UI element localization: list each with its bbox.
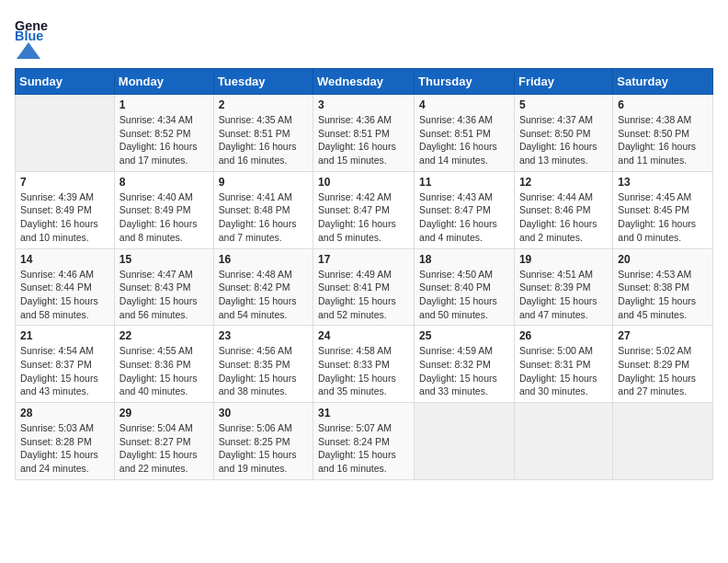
day-number: 14: [20, 253, 109, 266]
col-header-tuesday: Tuesday: [213, 69, 313, 95]
calendar-cell: 8Sunrise: 4:40 AMSunset: 8:49 PMDaylight…: [114, 171, 213, 248]
calendar-cell: 12Sunrise: 4:44 AMSunset: 8:46 PMDayligh…: [514, 171, 612, 248]
day-number: 10: [318, 176, 409, 189]
page-header: General Blue: [15, 15, 713, 61]
calendar-cell: 13Sunrise: 4:45 AMSunset: 8:45 PMDayligh…: [613, 171, 713, 248]
day-number: 25: [419, 329, 509, 342]
calendar-cell: 5Sunrise: 4:37 AMSunset: 8:50 PMDaylight…: [514, 95, 612, 172]
calendar-cell: 29Sunrise: 5:04 AMSunset: 8:27 PMDayligh…: [114, 403, 213, 480]
day-number: 24: [318, 329, 409, 342]
day-info: Sunrise: 5:00 AMSunset: 8:31 PMDaylight:…: [519, 344, 608, 398]
calendar-cell: 11Sunrise: 4:43 AMSunset: 8:47 PMDayligh…: [415, 171, 515, 248]
calendar-cell: [16, 95, 115, 172]
calendar-cell: 7Sunrise: 4:39 AMSunset: 8:49 PMDaylight…: [16, 171, 115, 248]
day-number: 21: [20, 329, 109, 342]
calendar-cell: 17Sunrise: 4:49 AMSunset: 8:41 PMDayligh…: [313, 248, 415, 326]
calendar-cell: 15Sunrise: 4:47 AMSunset: 8:43 PMDayligh…: [114, 248, 213, 326]
day-info: Sunrise: 4:56 AMSunset: 8:35 PMDaylight:…: [219, 344, 308, 398]
calendar-cell: 9Sunrise: 4:41 AMSunset: 8:48 PMDaylight…: [213, 171, 313, 248]
day-number: 9: [219, 176, 308, 189]
day-number: 20: [618, 253, 708, 266]
calendar-cell: [514, 403, 612, 480]
calendar-cell: 28Sunrise: 5:03 AMSunset: 8:28 PMDayligh…: [16, 403, 115, 480]
day-number: 13: [618, 176, 708, 189]
day-info: Sunrise: 4:46 AMSunset: 8:44 PMDaylight:…: [20, 268, 109, 322]
day-number: 3: [318, 98, 409, 111]
calendar-cell: 14Sunrise: 4:46 AMSunset: 8:44 PMDayligh…: [16, 248, 115, 326]
calendar-cell: 20Sunrise: 4:53 AMSunset: 8:38 PMDayligh…: [613, 248, 713, 326]
day-info: Sunrise: 5:03 AMSunset: 8:28 PMDaylight:…: [20, 421, 109, 476]
calendar-cell: 4Sunrise: 4:36 AMSunset: 8:51 PMDaylight…: [415, 95, 515, 172]
calendar-cell: 19Sunrise: 4:51 AMSunset: 8:39 PMDayligh…: [514, 248, 612, 326]
calendar-cell: 27Sunrise: 5:02 AMSunset: 8:29 PMDayligh…: [613, 326, 713, 403]
calendar-cell: [415, 403, 515, 480]
day-number: 31: [318, 407, 409, 419]
day-info: Sunrise: 4:36 AMSunset: 8:51 PMDaylight:…: [419, 113, 509, 167]
col-header-saturday: Saturday: [613, 69, 713, 95]
day-info: Sunrise: 4:38 AMSunset: 8:50 PMDaylight:…: [618, 113, 708, 167]
calendar-cell: 18Sunrise: 4:50 AMSunset: 8:40 PMDayligh…: [415, 248, 515, 326]
svg-marker-2: [17, 42, 40, 59]
day-number: 22: [119, 329, 209, 342]
col-header-monday: Monday: [114, 69, 213, 95]
svg-text:Blue: Blue: [15, 29, 43, 41]
day-number: 17: [318, 253, 409, 266]
day-number: 5: [519, 98, 608, 111]
day-number: 4: [419, 98, 509, 111]
calendar-cell: 1Sunrise: 4:34 AMSunset: 8:52 PMDaylight…: [114, 95, 213, 172]
calendar-cell: 25Sunrise: 4:59 AMSunset: 8:32 PMDayligh…: [415, 326, 515, 403]
calendar-cell: 24Sunrise: 4:58 AMSunset: 8:33 PMDayligh…: [313, 326, 415, 403]
day-number: 18: [419, 253, 509, 266]
day-info: Sunrise: 4:34 AMSunset: 8:52 PMDaylight:…: [119, 113, 209, 167]
calendar-cell: [613, 403, 713, 480]
calendar-cell: 31Sunrise: 5:07 AMSunset: 8:24 PMDayligh…: [313, 403, 415, 480]
day-number: 12: [519, 176, 608, 189]
day-info: Sunrise: 4:58 AMSunset: 8:33 PMDaylight:…: [318, 344, 409, 398]
day-number: 8: [119, 176, 209, 189]
day-info: Sunrise: 4:54 AMSunset: 8:37 PMDaylight:…: [20, 344, 109, 398]
calendar-cell: 26Sunrise: 5:00 AMSunset: 8:31 PMDayligh…: [514, 326, 612, 403]
day-info: Sunrise: 4:36 AMSunset: 8:51 PMDaylight:…: [318, 113, 409, 167]
day-number: 28: [20, 407, 109, 419]
calendar-cell: 3Sunrise: 4:36 AMSunset: 8:51 PMDaylight…: [313, 95, 415, 172]
day-info: Sunrise: 4:49 AMSunset: 8:41 PMDaylight:…: [318, 268, 409, 322]
calendar-cell: 30Sunrise: 5:06 AMSunset: 8:25 PMDayligh…: [213, 403, 313, 480]
day-info: Sunrise: 5:07 AMSunset: 8:24 PMDaylight:…: [318, 421, 409, 476]
day-info: Sunrise: 4:37 AMSunset: 8:50 PMDaylight:…: [519, 113, 608, 167]
day-number: 19: [519, 253, 608, 266]
day-number: 2: [219, 98, 308, 111]
day-number: 30: [219, 407, 308, 419]
day-info: Sunrise: 4:53 AMSunset: 8:38 PMDaylight:…: [618, 268, 708, 322]
calendar-cell: 23Sunrise: 4:56 AMSunset: 8:35 PMDayligh…: [213, 326, 313, 403]
day-info: Sunrise: 4:42 AMSunset: 8:47 PMDaylight:…: [318, 190, 409, 245]
day-number: 16: [219, 253, 308, 266]
day-info: Sunrise: 4:47 AMSunset: 8:43 PMDaylight:…: [119, 268, 209, 322]
day-number: 11: [419, 176, 509, 189]
day-info: Sunrise: 4:35 AMSunset: 8:51 PMDaylight:…: [219, 113, 308, 167]
day-info: Sunrise: 5:04 AMSunset: 8:27 PMDaylight:…: [119, 421, 209, 476]
day-info: Sunrise: 5:06 AMSunset: 8:25 PMDaylight:…: [219, 421, 308, 476]
day-number: 7: [20, 176, 109, 189]
day-number: 26: [519, 329, 608, 342]
day-info: Sunrise: 4:59 AMSunset: 8:32 PMDaylight:…: [419, 344, 509, 398]
day-info: Sunrise: 4:44 AMSunset: 8:46 PMDaylight:…: [519, 190, 608, 245]
day-info: Sunrise: 4:51 AMSunset: 8:39 PMDaylight:…: [519, 268, 608, 322]
calendar-cell: 21Sunrise: 4:54 AMSunset: 8:37 PMDayligh…: [16, 326, 115, 403]
day-number: 29: [119, 407, 209, 419]
day-number: 6: [618, 98, 708, 111]
day-number: 1: [119, 98, 209, 111]
col-header-friday: Friday: [514, 69, 612, 95]
day-number: 15: [119, 253, 209, 266]
day-info: Sunrise: 4:39 AMSunset: 8:49 PMDaylight:…: [20, 190, 109, 245]
day-info: Sunrise: 4:41 AMSunset: 8:48 PMDaylight:…: [219, 190, 308, 245]
calendar-cell: 10Sunrise: 4:42 AMSunset: 8:47 PMDayligh…: [313, 171, 415, 248]
logo-icon: [15, 40, 42, 61]
calendar-cell: 6Sunrise: 4:38 AMSunset: 8:50 PMDaylight…: [613, 95, 713, 172]
day-info: Sunrise: 4:43 AMSunset: 8:47 PMDaylight:…: [419, 190, 509, 245]
day-info: Sunrise: 4:48 AMSunset: 8:42 PMDaylight:…: [219, 268, 308, 322]
col-header-wednesday: Wednesday: [313, 69, 415, 95]
logo: General Blue: [15, 15, 48, 61]
day-number: 27: [618, 329, 708, 342]
calendar-cell: 2Sunrise: 4:35 AMSunset: 8:51 PMDaylight…: [213, 95, 313, 172]
calendar-cell: 22Sunrise: 4:55 AMSunset: 8:36 PMDayligh…: [114, 326, 213, 403]
